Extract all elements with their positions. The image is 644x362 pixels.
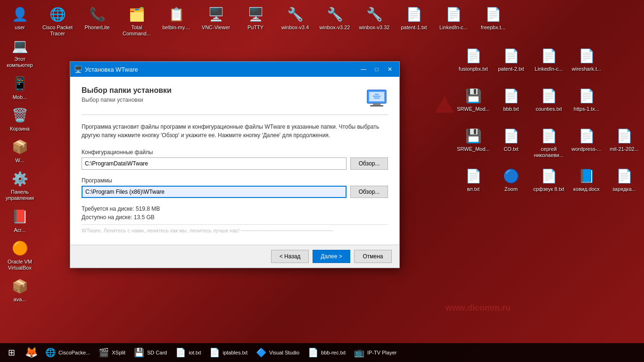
- desktop-icon-phonerlite[interactable]: 📞 PhonerLite: [78, 3, 116, 39]
- taskbar-sdcard-icon: 💾: [134, 347, 144, 358]
- desktop-icon-freepbx[interactable]: 📄 freepbx.t...: [474, 3, 512, 39]
- modal-title-left: 🖥️ Установка WTware: [74, 66, 138, 73]
- desktop-icon-vl[interactable]: 📄 вл.txt: [454, 165, 492, 203]
- fusionpbx-label: fusionpbx.txt: [459, 66, 488, 72]
- srwe2-label: SRWE_Mod...: [457, 146, 490, 152]
- desktop-icon-https1[interactable]: 📄 https-1.tx...: [568, 84, 605, 123]
- desktop-icon-totalcmd[interactable]: 🗂️ Total Command...: [118, 3, 156, 39]
- desktop-icon-recycle[interactable]: 🗑️ Корзина: [1, 104, 39, 134]
- desktop-icon-empty1: [605, 44, 643, 82]
- recycle-label: Корзина: [10, 126, 30, 132]
- desktop-icon-ava[interactable]: 📦 ava...: [1, 275, 39, 304]
- firefox-icon: 🦊: [25, 346, 38, 359]
- desktop-icon-user[interactable]: 👤 user: [1, 3, 39, 33]
- minimize-button[interactable]: —: [358, 65, 369, 74]
- mit21-icon: 📄: [615, 126, 634, 145]
- oracle-icon: 🟠: [10, 239, 29, 258]
- taskbar-iptables-label: iptables.txt: [223, 350, 248, 355]
- desktop-icon-mit21[interactable]: 📄 mit-21-202...: [605, 124, 643, 163]
- oracle-label: Oracle VM VirtualBox: [3, 259, 37, 271]
- putty-label: PuTTY: [248, 25, 264, 31]
- desktop-icon-putty[interactable]: 🖥️ PuTTY: [237, 3, 274, 39]
- desktop-icon-mobile[interactable]: 📱 Mob...: [1, 73, 39, 102]
- bbb-icon: 📄: [502, 86, 520, 105]
- phonerlite-icon: 📞: [88, 5, 107, 24]
- phonerlite-label: PhonerLite: [84, 25, 109, 31]
- desktop-icon-vnc[interactable]: 🖥️ VNC-Viewer: [197, 3, 235, 39]
- wt-icon: 📦: [10, 138, 29, 156]
- desktop-icon-srwe2[interactable]: 💾 SRWE_Mod...: [454, 124, 492, 163]
- modal-header-text: Выбор папки установки Выбор папки устано…: [82, 86, 172, 103]
- taskbar-iot-label: iot.txt: [189, 350, 201, 355]
- taskbar-iot[interactable]: 📄 iot.txt: [172, 344, 205, 361]
- taskbar-xsplit[interactable]: 🎬 XSplit: [95, 344, 129, 361]
- cisco-icon: 🌐: [48, 5, 67, 24]
- desktop-icon-sergei[interactable]: 📄 сергей николаеви...: [530, 124, 568, 163]
- desktop-icon-zoom[interactable]: 🔵 Zoom: [492, 165, 530, 203]
- srwe1-icon: 💾: [464, 86, 483, 105]
- modal-controls: — □ ✕: [358, 65, 396, 74]
- desktop-icon-acrobat[interactable]: 📕 Acr...: [1, 206, 39, 235]
- desktop-icon-control-panel[interactable]: ⚙️ Панель управления: [1, 167, 39, 203]
- patent2-icon: 📄: [502, 46, 520, 65]
- taskbar-sdcard[interactable]: 💾 SD Card: [130, 344, 171, 361]
- desktop-icon-oracle[interactable]: 🟠 Oracle VM VirtualBox: [1, 237, 39, 273]
- desktop-icon-cisco[interactable]: 🌐 Cisco Packet Tracer: [39, 3, 76, 39]
- taskbar-vscode[interactable]: 🔷 Visual Studio: [252, 344, 303, 361]
- maximize-button[interactable]: □: [371, 65, 382, 74]
- taskbar-cisco[interactable]: 🌐 CiscoPacke...: [41, 344, 94, 361]
- taskbar-firefox[interactable]: 🦊: [22, 344, 41, 361]
- config-path-input[interactable]: [82, 157, 347, 170]
- taskbar-iptv-label: IP-TV Player: [367, 350, 396, 355]
- programs-field-group: Программы Обзор...: [82, 177, 388, 198]
- co-icon: 📄: [502, 126, 520, 145]
- desktop-icon-belbin[interactable]: 📋 belbin-my....: [157, 3, 195, 39]
- next-button[interactable]: Далее >: [313, 250, 350, 263]
- desktop-icon-winbox34[interactable]: 🔧 winbox-v3.4: [276, 3, 314, 39]
- svg-rect-6: [374, 98, 380, 99]
- desktop-icon-linkedin2[interactable]: 📄 LinkedIn-c...: [530, 44, 568, 82]
- ava-label: ava...: [14, 296, 26, 303]
- acrobat-label: Acr...: [14, 227, 25, 233]
- desktop-icon-bbb[interactable]: 📄 bbb.txt: [492, 84, 530, 123]
- taskbar-bbb-rec-icon: 📄: [308, 347, 318, 358]
- desktop-icon-crfzeyk[interactable]: 📄 срфзеук 8.txt: [530, 165, 568, 203]
- bbb-label: bbb.txt: [503, 106, 519, 112]
- vnc-icon: 🖥️: [206, 5, 225, 24]
- taskbar-cisco-label: CiscoPacke...: [58, 350, 90, 355]
- programs-browse-button[interactable]: Обзор...: [350, 186, 388, 198]
- linkedin2-icon: 📄: [539, 46, 558, 65]
- install-dialog: 🖥️ Установка WTware — □ ✕ Выбор папки ус…: [70, 61, 400, 268]
- right-icons: 📄 fusionpbx.txt 📄 patent-2.txt 📄 LinkedI…: [452, 41, 644, 206]
- desktop-icon-srwe1[interactable]: 💾 SRWE_Mod...: [454, 84, 492, 123]
- desktop-icon-co[interactable]: 📄 CO.txt: [492, 124, 530, 163]
- fusionpbx-icon: 📄: [464, 46, 483, 65]
- programs-path-input[interactable]: [82, 186, 347, 198]
- taskbar-iptv[interactable]: 📺 IP-TV Player: [350, 344, 400, 361]
- cancel-button[interactable]: Отмена: [354, 250, 392, 263]
- desktop-icon-covid[interactable]: 📘 ковид.docx: [568, 165, 605, 203]
- cisco-label: Cisco Packet Tracer: [41, 25, 74, 37]
- desktop-icon-wordpress[interactable]: 📄 wordpress-...: [568, 124, 605, 163]
- mit21-label: mit-21-202...: [610, 146, 639, 152]
- desktop-icon-patent1[interactable]: 📄 patent-1.txt: [395, 3, 433, 39]
- desktop-icon-winbox332[interactable]: 🔧 winbox-v3.32: [355, 3, 393, 39]
- desktop-icon-winbox322[interactable]: 🔧 winbox-v3.22: [316, 3, 354, 39]
- taskbar-iptables[interactable]: 📄 iptables.txt: [206, 344, 251, 361]
- desktop-icon-patent2[interactable]: 📄 patent-2.txt: [492, 44, 530, 82]
- config-browse-button[interactable]: Обзор...: [350, 157, 388, 170]
- desktop-icon-wireshark[interactable]: 📄 wireshark.t...: [568, 44, 605, 82]
- taskbar-bbb-rec[interactable]: 📄 bbb-rec.txt: [304, 344, 349, 361]
- crfzeyk-icon: 📄: [539, 166, 558, 185]
- desktop-icon-this-computer[interactable]: 💻 Этот компьютер: [1, 34, 39, 70]
- desktop-icon-counties[interactable]: 📄 counties.txt: [530, 84, 568, 123]
- desktop-icon-fusionpbx[interactable]: 📄 fusionpbx.txt: [454, 44, 492, 82]
- desktop-icon-zaryadka[interactable]: 📄 зарядка...: [605, 165, 643, 203]
- close-button[interactable]: ✕: [384, 65, 396, 74]
- desktop-icon-wt[interactable]: 📦 W...: [1, 136, 39, 165]
- desktop-icon-linkedin[interactable]: 📄 LinkedIn-c...: [435, 3, 472, 39]
- start-button[interactable]: ⊞: [2, 344, 21, 361]
- taskbar-xsplit-icon: 🎬: [99, 347, 109, 358]
- back-button[interactable]: < Назад: [271, 250, 309, 263]
- https1-label: https-1.tx...: [574, 106, 599, 112]
